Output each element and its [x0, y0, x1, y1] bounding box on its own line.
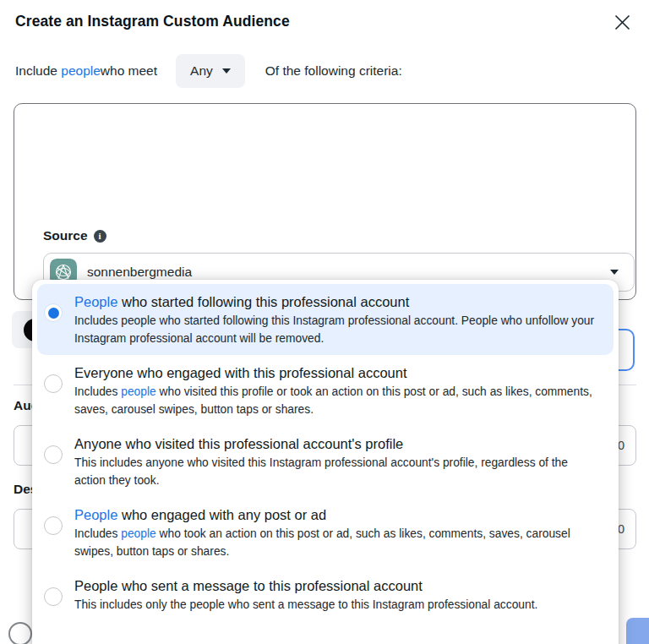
people-link[interactable]: people [61, 63, 101, 79]
radio-icon[interactable] [44, 374, 63, 393]
source-label: Source [43, 228, 106, 243]
dropdown-option-started-following[interactable]: People who started following this profes… [37, 284, 614, 355]
create-audience-dialog: Create an Instagram Custom Audience Incl… [0, 0, 649, 644]
page-title: Create an Instagram Custom Audience [15, 13, 290, 30]
radio-selected-icon[interactable] [44, 303, 63, 322]
source-value: sonnenbergmedia [87, 265, 192, 280]
dropdown-option-sent-message[interactable]: People who sent a message to this profes… [32, 568, 619, 621]
char-counter: 0 [618, 439, 624, 452]
match-type-value: Any [190, 63, 213, 79]
chevron-down-icon [610, 270, 619, 275]
option-description: Includes people who visited this profile… [74, 383, 598, 418]
create-audience-button[interactable] [626, 618, 649, 644]
who-meet-text: who meet [101, 63, 157, 79]
dropdown-option-visited-profile[interactable]: Anyone who visited this professional acc… [32, 426, 619, 497]
option-title: Everyone who engaged with this professio… [74, 363, 598, 383]
dropdown-option-everyone-engaged[interactable]: Everyone who engaged with this professio… [32, 355, 619, 426]
info-icon[interactable] [94, 230, 106, 243]
option-description: Includes people who took an action on th… [74, 525, 598, 560]
option-description: Includes people who started following th… [74, 312, 598, 347]
help-button[interactable] [8, 622, 32, 644]
option-title: Anyone who visited this professional acc… [74, 434, 598, 454]
chevron-down-icon [222, 68, 231, 74]
radio-icon[interactable] [44, 445, 63, 464]
option-title: People who started following this profes… [74, 292, 598, 312]
match-type-dropdown[interactable]: Any [176, 54, 245, 88]
close-button[interactable] [613, 13, 631, 31]
option-description: This includes anyone who visited this In… [74, 454, 598, 489]
option-title: People who engaged with any post or ad [74, 505, 598, 525]
include-text: Include [15, 63, 57, 79]
criteria-text: Of the following criteria: [265, 63, 402, 79]
close-icon [614, 14, 630, 30]
char-counter: 0 [618, 522, 624, 536]
criteria-box: Source sonnenbergmedia Events People who… [14, 103, 636, 300]
dropdown-option-engaged-post-ad[interactable]: People who engaged with any post or ad I… [32, 497, 619, 568]
option-title: People who sent a message to this profes… [74, 576, 598, 596]
include-rule-row: Include people who meet Any Of the follo… [15, 53, 402, 89]
events-dropdown-menu: People who started following this profes… [32, 280, 619, 644]
radio-icon[interactable] [44, 587, 63, 606]
option-description: This includes only the people who sent a… [74, 596, 598, 614]
radio-icon[interactable] [44, 516, 63, 535]
